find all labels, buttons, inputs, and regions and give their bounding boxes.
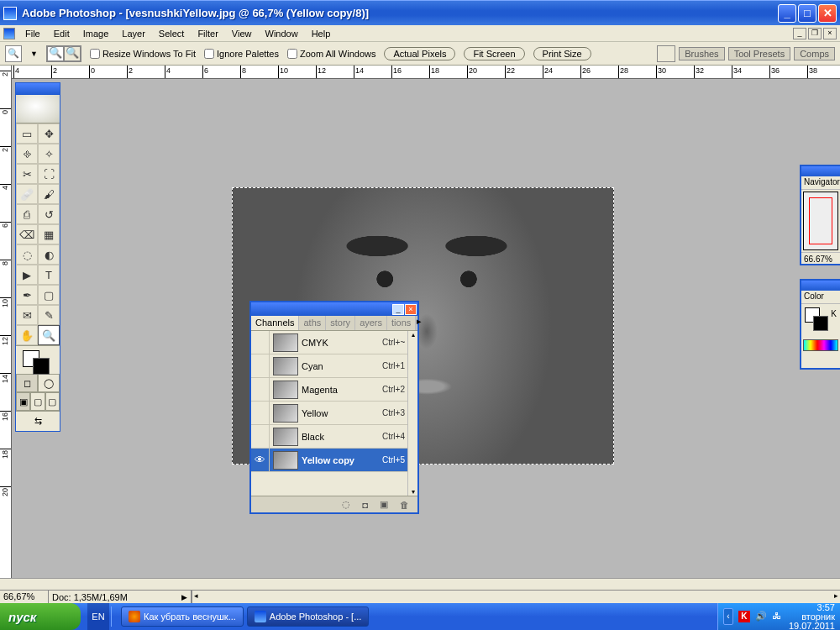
visibility-toggle[interactable]: 👁 — [251, 449, 270, 471]
navigator-zoom[interactable]: 66.67% — [801, 252, 840, 265]
tab-layers[interactable]: ayers — [355, 316, 387, 330]
visibility-toggle[interactable] — [251, 402, 270, 424]
dock-tab-tool-presets[interactable]: Tool Presets — [728, 47, 791, 60]
menu-filter[interactable]: Filter — [191, 27, 224, 40]
navigator-titlebar[interactable] — [801, 166, 840, 176]
panel-minimize-button[interactable]: _ — [392, 304, 404, 315]
jump-to-imageready-button[interactable]: ⇆ — [16, 411, 60, 431]
ruler-horizontal[interactable]: 4202468101214161820222426283032343638 — [12, 66, 840, 79]
zoom-tool-icon[interactable]: 🔍 — [5, 45, 22, 62]
mdi-restore-button[interactable]: ❐ — [808, 28, 822, 39]
channel-row[interactable]: YellowCtrl+3 — [251, 402, 417, 425]
kaspersky-icon[interactable]: K — [738, 611, 750, 622]
notes-tool[interactable]: ✉ — [16, 305, 38, 325]
mdi-minimize-button[interactable]: _ — [793, 28, 806, 39]
tray-expand-button[interactable]: ‹ — [723, 608, 733, 625]
screen-mode-full-menubar[interactable]: ▢ — [30, 392, 45, 411]
tab-actions[interactable]: tions — [387, 316, 416, 330]
zoom-out-button[interactable]: 🔍 — [64, 46, 81, 61]
pen-tool[interactable]: ✒ — [16, 285, 38, 305]
channel-row[interactable]: CMYKCtrl+~ — [251, 331, 417, 354]
menu-view[interactable]: View — [225, 27, 259, 40]
toolbox-titlebar[interactable] — [16, 83, 60, 95]
channel-row[interactable]: CyanCtrl+1 — [251, 354, 417, 378]
language-indicator[interactable]: EN — [87, 603, 109, 630]
zoom-in-button[interactable]: 🔍 — [47, 46, 64, 61]
dropdown-icon[interactable]: ▼ — [30, 50, 38, 58]
screen-mode-full[interactable]: ▢ — [45, 392, 60, 411]
marquee-tool[interactable]: ▭ — [16, 123, 38, 144]
color-swatches[interactable] — [16, 345, 60, 374]
dodge-tool[interactable]: ◐ — [38, 244, 60, 265]
brush-tool[interactable]: 🖌 — [38, 184, 60, 204]
channel-row[interactable]: 👁Yellow copyCtrl+5 — [251, 449, 417, 472]
menu-file[interactable]: File — [18, 27, 47, 40]
hand-tool[interactable]: ✋ — [16, 325, 38, 345]
menu-window[interactable]: Window — [259, 27, 305, 40]
taskbar-item-firefox[interactable]: Как убрать веснушк... — [121, 606, 244, 627]
menu-image[interactable]: Image — [76, 27, 116, 40]
channel-row[interactable]: MagentaCtrl+2 — [251, 378, 417, 402]
screen-mode-standard[interactable]: ▣ — [16, 392, 30, 411]
print-size-button[interactable]: Print Size — [533, 47, 591, 60]
eraser-tool[interactable]: ⌫ — [16, 224, 38, 244]
standard-mode-button[interactable]: ◻ — [16, 374, 38, 392]
fit-screen-button[interactable]: Fit Screen — [464, 47, 524, 60]
navigator-tab[interactable]: Navigator — [801, 176, 840, 190]
gradient-tool[interactable]: ▦ — [38, 224, 60, 244]
canvas-area[interactable] — [12, 79, 840, 578]
load-selection-button[interactable]: ◌ — [342, 499, 350, 510]
color-tab[interactable]: Color — [801, 291, 840, 304]
magic-wand-tool[interactable]: ✧ — [38, 144, 60, 164]
resize-windows-checkbox[interactable]: Resize Windows To Fit — [90, 49, 196, 59]
move-tool[interactable]: ✥ — [38, 123, 60, 144]
eyedropper-tool[interactable]: ✎ — [38, 305, 60, 325]
panel-titlebar[interactable]: _ × — [251, 302, 417, 316]
delete-channel-button[interactable]: 🗑 — [400, 500, 409, 510]
menu-select[interactable]: Select — [152, 27, 192, 40]
tab-history[interactable]: story — [326, 316, 355, 330]
status-menu-icon[interactable]: ▶ — [181, 593, 187, 601]
type-tool[interactable]: T — [38, 265, 60, 285]
menu-edit[interactable]: Edit — [47, 27, 76, 40]
maximize-button[interactable]: □ — [798, 4, 816, 23]
status-zoom[interactable]: 66,67% — [0, 591, 49, 603]
horizontal-scrollbar[interactable] — [192, 591, 840, 603]
crop-tool[interactable]: ✂ — [16, 164, 38, 184]
tray-icon[interactable]: 🔊 — [755, 611, 767, 622]
menu-help[interactable]: Help — [305, 27, 338, 40]
actual-pixels-button[interactable]: Actual Pixels — [384, 47, 455, 60]
panel-menu-button[interactable]: ▸ — [416, 316, 422, 330]
background-color[interactable] — [33, 358, 50, 375]
status-doc-size[interactable]: Doc: 1,35M/1,69M▶ — [49, 591, 192, 603]
start-button[interactable]: пуск — [0, 603, 81, 630]
quick-mask-button[interactable]: ◯ — [38, 374, 60, 392]
history-brush-tool[interactable]: ↺ — [38, 204, 60, 224]
clock[interactable]: 3:57 вторник 19.07.2011 — [789, 603, 835, 631]
close-button[interactable]: ✕ — [818, 4, 837, 23]
zoom-tool[interactable]: 🔍 — [38, 325, 60, 345]
blur-tool[interactable]: ◌ — [16, 244, 38, 265]
save-selection-button[interactable]: ◘ — [362, 500, 368, 510]
tab-channels[interactable]: Channels — [251, 316, 299, 330]
color-titlebar[interactable] — [801, 281, 840, 291]
tray-icon[interactable]: 🖧 — [772, 611, 784, 622]
visibility-toggle[interactable] — [251, 331, 270, 354]
healing-brush-tool[interactable]: 🩹 — [16, 184, 38, 204]
shape-tool[interactable]: ▢ — [38, 285, 60, 305]
dock-tab-comps[interactable]: Comps — [794, 47, 835, 60]
color-ramp[interactable] — [803, 339, 838, 351]
panel-close-button[interactable]: × — [405, 304, 417, 315]
tab-paths[interactable]: aths — [299, 316, 326, 330]
new-channel-button[interactable]: ▣ — [380, 499, 388, 510]
file-browser-icon[interactable] — [657, 45, 675, 62]
panel-scrollbar[interactable] — [407, 331, 417, 496]
ruler-vertical[interactable]: 202468101214161820 — [0, 66, 12, 578]
navigator-preview[interactable] — [803, 192, 838, 250]
menu-layer[interactable]: Layer — [115, 27, 152, 40]
channel-row[interactable]: BlackCtrl+4 — [251, 425, 417, 449]
document-icon[interactable] — [3, 28, 15, 39]
path-selection-tool[interactable]: ▶ — [16, 265, 38, 285]
visibility-toggle[interactable] — [251, 378, 270, 401]
ignore-palettes-checkbox[interactable]: Ignore Palettes — [204, 49, 279, 59]
